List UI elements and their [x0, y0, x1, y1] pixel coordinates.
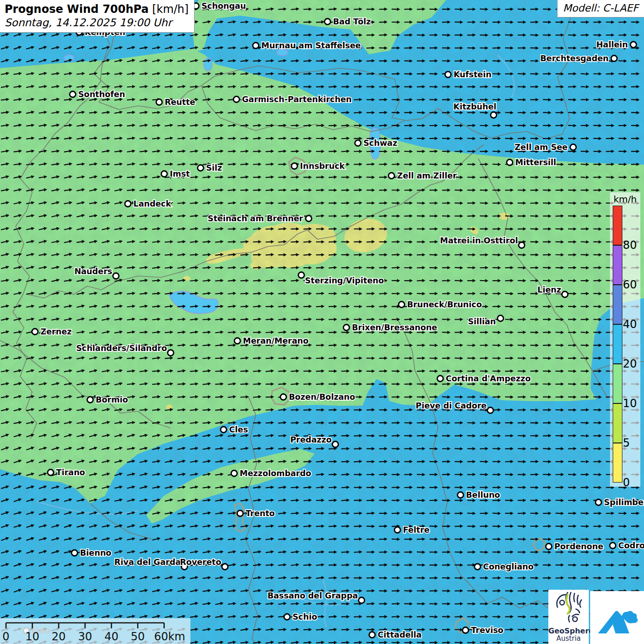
city-marker: [87, 397, 93, 403]
legend-tick-label: 0: [623, 477, 640, 489]
city-label: Schlanders/Silandro: [76, 344, 167, 353]
city-marker: [463, 627, 469, 633]
city-label: Bruneck/Brunico: [407, 300, 482, 309]
city-marker: [344, 325, 350, 331]
city-label: Bozen/Bolzano: [289, 392, 355, 402]
city-marker: [325, 19, 331, 25]
city-label: Bassano del Grappa: [267, 591, 358, 600]
city-label: Riva del Garda: [115, 558, 181, 567]
city-label: Tirano: [56, 468, 85, 477]
city-marker: [488, 408, 494, 414]
legend-color-segment: [613, 364, 622, 403]
city-label: Spilimbergo: [604, 498, 644, 507]
city-marker: [596, 500, 602, 506]
city-label: Kufstein: [454, 70, 491, 79]
city-label: Silz: [206, 163, 222, 172]
city-label: Pieve di Cadore: [416, 401, 487, 410]
city-marker: [284, 614, 290, 620]
city-marker: [168, 350, 174, 356]
city-marker: [70, 92, 76, 98]
city-label: Imst: [170, 169, 190, 178]
title-box: Prognose Wind 700hPa [km/h] Sonntag, 14.…: [0, 0, 195, 33]
legend-tick-label: 10: [623, 397, 640, 409]
legend-tick-label: 20: [623, 358, 640, 370]
city-label: Treviso: [471, 626, 503, 635]
legend-color-segment: [613, 285, 622, 324]
city-marker: [333, 442, 339, 448]
legend-tick-label: 80: [623, 239, 640, 251]
city-label: Mezzolombardo: [240, 469, 311, 478]
geosphere-logo-icon: [552, 590, 585, 625]
city-label: Lienz: [537, 285, 561, 294]
city-marker: [281, 394, 287, 400]
city-label: Reutte: [165, 98, 196, 107]
city-marker: [198, 165, 204, 171]
legend-unit-label: km/h: [610, 194, 640, 205]
city-marker: [234, 97, 240, 103]
city-label: Hallein: [596, 40, 628, 49]
city-label: Bad Tölz: [333, 17, 371, 26]
scale-bar-label: 40: [104, 630, 119, 643]
city-label: Codroipo: [618, 541, 644, 550]
city-marker: [491, 112, 497, 118]
page-title: Prognose Wind 700hPa [km/h]: [5, 3, 189, 16]
city-marker: [458, 492, 464, 498]
city-label: Murnau am Staffelsee: [261, 41, 361, 50]
city-marker: [72, 550, 78, 556]
city-marker: [437, 376, 443, 382]
legend-tick-label: 5: [623, 437, 640, 449]
city-marker: [231, 471, 237, 477]
city-label: Pordenone: [554, 542, 604, 551]
legend-color-segment: [613, 443, 622, 483]
model-box: Modell: C-LAEF: [557, 0, 644, 17]
scale-bar-label: 60km: [154, 630, 185, 643]
legend-color-segment: [613, 206, 622, 245]
city-label: Belluno: [466, 490, 500, 500]
city-marker: [445, 72, 451, 78]
city-label: Kitzbühel: [454, 102, 496, 111]
city-label: Schwaz: [363, 138, 397, 148]
city-label: Sterzing/Vipiteno: [305, 276, 384, 285]
city-marker: [222, 564, 228, 570]
title-parameter: Prognose Wind 700hPa: [5, 3, 149, 16]
city-label: Landeck: [133, 199, 171, 208]
city-label: Garmisch-Partenkirchen: [242, 95, 351, 104]
model-label: Modell: C-LAEF: [563, 2, 638, 14]
city-label: Predazzo: [290, 435, 332, 444]
city-marker: [156, 99, 162, 105]
city-label: Zell am See: [515, 143, 568, 152]
distance-scale-bar: 0102030405060km: [0, 618, 190, 644]
city-label: Cittadella: [378, 630, 422, 639]
city-marker: [570, 144, 576, 150]
city-label: Bienno: [80, 548, 111, 558]
city-marker: [610, 543, 616, 549]
city-label: Cortina d'Ampezzo: [446, 374, 531, 383]
city-label: Conegliano: [483, 562, 534, 571]
city-marker: [369, 632, 375, 638]
city-marker: [48, 470, 54, 476]
city-marker: [355, 140, 361, 146]
city-marker: [161, 171, 167, 177]
city-marker: [507, 160, 513, 166]
city-label: Sillian: [468, 317, 496, 326]
city-label: Feltre: [403, 525, 430, 535]
city-label: Nauders: [75, 267, 112, 276]
city-label: Sonthofen: [78, 90, 125, 99]
city-marker: [299, 272, 305, 278]
city-marker: [125, 201, 131, 207]
color-legend: km/h 806040201050: [610, 192, 640, 487]
legend-color-segment: [613, 245, 622, 285]
legend-color-segment: [613, 324, 622, 364]
city-marker: [113, 273, 119, 279]
wind-map-canvas: SchongauBad TölzKemptenMurnau am Staffel…: [0, 0, 644, 644]
city-label: Schongau: [201, 1, 246, 11]
city-marker: [631, 42, 637, 48]
city-label: Berchtesgaden: [540, 54, 609, 63]
city-label: Zernez: [40, 327, 72, 336]
scale-bar-label: 20: [52, 630, 66, 643]
city-marker: [306, 216, 312, 222]
title-unit: [km/h]: [149, 3, 189, 16]
legend-color-segment: [613, 403, 622, 443]
geosphere-org-name: GeoSphere: [548, 627, 589, 635]
forecast-datetime: Sonntag, 14.12.2025 19:00 Uhr: [5, 17, 189, 29]
